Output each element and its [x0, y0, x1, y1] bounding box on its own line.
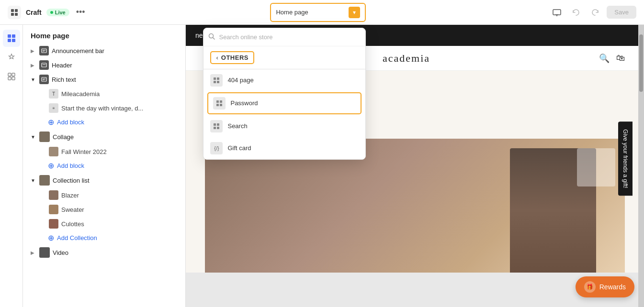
- top-bar: Craft Live ••• Home page ▾: [0, 0, 644, 25]
- dropdown-arrow-icon[interactable]: ▾: [349, 7, 360, 18]
- undo-button[interactable]: [568, 5, 584, 20]
- store-cart-icon[interactable]: 🛍: [616, 53, 625, 64]
- back-header-box: ‹ OTHERS: [210, 51, 254, 64]
- add-collection-icon: ⊕: [48, 233, 54, 242]
- svg-rect-25: [8, 73, 11, 76]
- sweater-label: Sweater: [61, 206, 178, 213]
- sidebar-item-start-the-day[interactable]: ≡ Start the day with vintage, d...: [23, 101, 185, 115]
- header-label: Header: [52, 62, 178, 69]
- rewards-label: Rewards: [599, 283, 626, 291]
- sidebar-item-video[interactable]: ▶ Video: [23, 245, 185, 260]
- sidebar-item-collage[interactable]: ▼ Collage: [23, 129, 185, 144]
- rewards-button[interactable]: 🎁 Rewards: [576, 276, 634, 297]
- left-panel-content: ▶ Announcement bar ▶ Header ▼: [23, 44, 185, 307]
- svg-rect-23: [8, 39, 11, 42]
- sidebar-item-culottes[interactable]: Culottes: [23, 217, 185, 231]
- svg-rect-12: [216, 104, 219, 106]
- page-selector[interactable]: Home page ▾: [270, 3, 366, 22]
- svg-rect-26: [12, 73, 15, 76]
- left-panel-title: Home page: [23, 25, 185, 44]
- svg-rect-1: [15, 9, 18, 12]
- culottes-thumb: [49, 219, 58, 229]
- live-dot: [50, 11, 53, 14]
- add-block-collage[interactable]: ⊕ Add block: [23, 159, 185, 173]
- dropdown-item-giftcard-label: Gift card: [227, 144, 251, 152]
- save-button[interactable]: Save: [607, 6, 636, 19]
- sidebar-item-blazer[interactable]: Blazer: [23, 188, 185, 202]
- announcement-bar-icon: [39, 46, 49, 55]
- redo-button[interactable]: [588, 5, 603, 20]
- svg-rect-34: [42, 77, 46, 81]
- svg-rect-22: [12, 34, 15, 38]
- svg-rect-7: [217, 77, 219, 80]
- arrow-symbol: ▾: [353, 9, 356, 16]
- add-collection-button[interactable]: ⊕ Add Collection: [23, 231, 185, 245]
- svg-rect-29: [42, 49, 46, 53]
- rewards-icon: 🎁: [584, 281, 596, 293]
- sidebar-icon-pages[interactable]: [3, 30, 20, 47]
- add-block-richtext[interactable]: ⊕ Add block: [23, 115, 185, 129]
- mileacademia-label: Mileacademia: [61, 90, 178, 98]
- sidebar-icon-components[interactable]: [3, 68, 20, 85]
- more-button[interactable]: •••: [74, 5, 87, 19]
- svg-rect-24: [12, 39, 15, 42]
- collage-label: Collage: [53, 133, 178, 141]
- add-collection-label: Add Collection: [57, 234, 97, 241]
- back-button[interactable]: ‹ OTHERS: [203, 46, 365, 69]
- svg-rect-11: [220, 100, 222, 103]
- dropdown-item-password-label: Password: [230, 99, 258, 107]
- sidebar-item-fall-winter[interactable]: Fall Winter 2022: [23, 144, 185, 159]
- svg-rect-10: [216, 100, 219, 103]
- craft-label: Craft: [26, 9, 42, 16]
- mileacademia-icon: T: [49, 89, 58, 99]
- collection-list-thumb: [39, 175, 50, 186]
- gift-button[interactable]: Give your friends a gift!: [618, 121, 633, 196]
- search-input[interactable]: [219, 33, 361, 41]
- search-icon: [208, 33, 215, 41]
- sidebar-item-header[interactable]: ▶ Header: [23, 58, 185, 72]
- canvas-scrollbar[interactable]: [638, 25, 644, 307]
- overlay-accent: [577, 148, 615, 186]
- svg-rect-3: [15, 13, 18, 16]
- blazer-label: Blazer: [61, 192, 178, 199]
- gift-card-icon: {/}: [210, 142, 223, 154]
- device-preview-button[interactable]: [549, 5, 565, 20]
- sidebar-item-mileacademia[interactable]: T Mileacademia: [23, 87, 185, 101]
- collection-list-label: Collection list: [53, 177, 178, 184]
- add-icon: ⊕: [48, 161, 54, 170]
- svg-rect-16: [214, 127, 216, 129]
- search-box: [203, 28, 365, 46]
- sidebar-item-rich-text[interactable]: ▼ Rich text: [23, 72, 185, 87]
- sidebar-icons: [0, 25, 23, 307]
- sidebar-icon-pin[interactable]: [3, 49, 20, 66]
- svg-rect-9: [217, 81, 219, 83]
- live-badge: Live: [46, 9, 69, 16]
- header-icon: [39, 60, 49, 70]
- dropdown-item-404-label: 404 page: [227, 77, 253, 84]
- svg-rect-8: [214, 81, 216, 83]
- dropdown-item-404[interactable]: 404 page: [203, 69, 365, 91]
- sidebar-item-announcement-bar[interactable]: ▶ Announcement bar: [23, 44, 185, 58]
- left-panel: Home page ▶ Announcement bar ▶ Heade: [23, 25, 186, 307]
- svg-rect-0: [11, 9, 14, 12]
- start-the-day-icon: ≡: [49, 103, 58, 113]
- expand-icon: ▶: [31, 250, 36, 255]
- store-search-icon[interactable]: 🔍: [599, 53, 610, 64]
- dropdown-item-password[interactable]: Password: [207, 92, 362, 114]
- sidebar-item-collection-list[interactable]: ▼ Collection list: [23, 173, 185, 188]
- video-label: Video: [53, 249, 178, 256]
- svg-rect-18: [553, 10, 561, 15]
- expand-icon: ▶: [31, 63, 36, 68]
- dropdown-item-search[interactable]: Search: [203, 115, 365, 137]
- canvas-scrollbar-thumb: [639, 34, 643, 92]
- sidebar-item-sweater[interactable]: Sweater: [23, 202, 185, 217]
- dropdown-item-giftcard[interactable]: {/} Gift card: [203, 137, 365, 159]
- culottes-label: Culottes: [61, 220, 178, 228]
- svg-rect-17: [217, 127, 219, 129]
- back-arrow-icon: ‹: [216, 54, 218, 61]
- announcement-bar-label: Announcement bar: [52, 47, 178, 55]
- svg-rect-15: [217, 123, 219, 126]
- expand-icon: ▶: [31, 48, 36, 54]
- fall-winter-thumb: [49, 147, 58, 156]
- sweater-thumb: [49, 205, 58, 214]
